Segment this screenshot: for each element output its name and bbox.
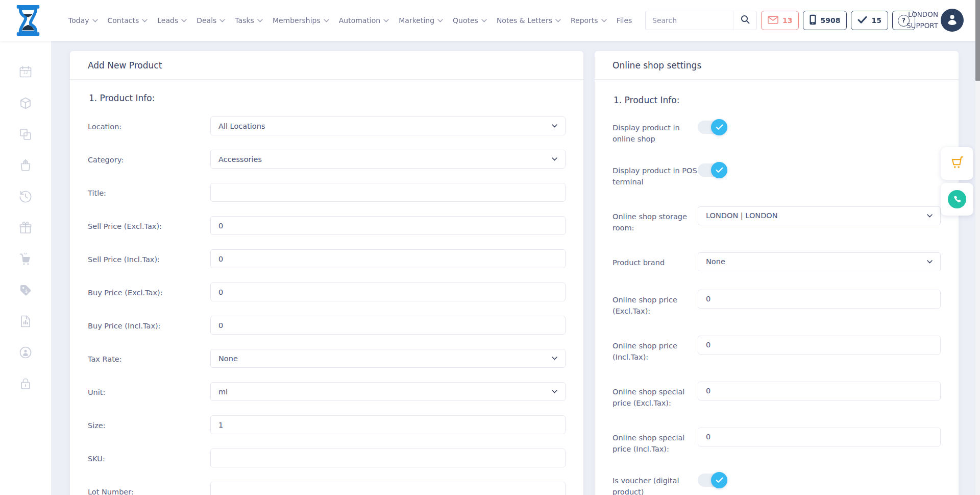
location-select[interactable]: All Locations <box>210 116 566 135</box>
nav-item-tasks[interactable]: Tasks <box>235 16 263 25</box>
field-label-sell-price-incl: Sell Price (Incl.Tax): <box>88 249 210 265</box>
display-online-shop-toggle[interactable] <box>698 121 726 134</box>
sidebar-item-calendar[interactable]: 12 <box>18 65 33 79</box>
field-label-storage-room: Online shop storage room: <box>612 206 698 234</box>
selected-value: Accessories <box>218 155 262 163</box>
field-label-display-online-shop: Display product in online shop <box>612 121 698 145</box>
chevron-down-icon <box>142 19 148 22</box>
app-logo-hourglass-icon[interactable] <box>13 5 43 36</box>
scrollbar-thumb[interactable] <box>975 0 980 81</box>
lot-number-input[interactable] <box>210 482 566 495</box>
buy-price-excl-input[interactable] <box>210 282 566 301</box>
nav-item-memberships[interactable]: Memberships <box>273 16 329 25</box>
chevron-down-icon <box>181 19 187 22</box>
chevron-down-icon <box>257 19 263 22</box>
online-shop-settings-panel: Online shop settings 1. Product Info: Di… <box>595 51 959 495</box>
toggle-check-icon <box>711 472 727 488</box>
calls-badge[interactable]: 5908 <box>803 11 847 30</box>
form-row-shop-special-price-incl: Online shop special price (Incl.Tax): <box>612 428 941 455</box>
shop-special-price-incl-input[interactable] <box>698 428 941 446</box>
sidebar-item-gift-cards[interactable] <box>18 221 33 235</box>
sidebar-item-products[interactable] <box>18 96 33 110</box>
tasks-badge[interactable]: 15 <box>851 11 888 30</box>
lock-icon <box>18 383 33 393</box>
is-voucher-toggle[interactable] <box>698 474 726 487</box>
page-scrollbar[interactable] <box>975 0 980 495</box>
sku-input[interactable] <box>210 449 566 467</box>
sell-price-excl-input[interactable] <box>210 216 566 235</box>
sidebar-item-security[interactable] <box>18 376 33 391</box>
nav-item-label: Automation <box>339 16 381 25</box>
search-icon <box>740 14 750 27</box>
field-label-product-brand: Product brand <box>612 252 698 268</box>
sidebar-item-history[interactable] <box>18 190 33 204</box>
chevron-down-icon <box>552 157 557 161</box>
nav-item-marketing[interactable]: Marketing <box>399 16 443 25</box>
field-label-display-pos-terminal: Display product in POS terminal <box>612 163 698 188</box>
nav-item-today[interactable]: Today <box>68 16 98 25</box>
add-new-product-panel: Add New Product 1. Product Info: Locatio… <box>70 51 583 495</box>
storage-room-select[interactable]: LONDON | LONDON <box>698 206 941 225</box>
history-icon <box>18 196 33 206</box>
user-avatar[interactable] <box>941 9 964 32</box>
check-icon <box>857 16 867 25</box>
shop-price-excl-input[interactable] <box>698 290 941 309</box>
sidebar-item-reports[interactable] <box>18 314 33 328</box>
category-select[interactable]: Accessories <box>210 150 566 169</box>
field-label-is-voucher: Is voucher (digital product) <box>612 474 698 495</box>
nav-item-notes-letters[interactable]: Notes & Letters <box>497 16 561 25</box>
tasks-count: 15 <box>871 16 881 25</box>
floating-phone-button[interactable] <box>941 183 973 216</box>
product-brand-select[interactable]: None <box>698 252 941 271</box>
chevron-down-icon <box>552 390 557 393</box>
form-row-sell-price-excl: Sell Price (Excl.Tax): <box>88 216 566 235</box>
form-row-shop-price-excl: Online shop price (Excl.Tax): <box>612 290 941 317</box>
topbar-badges: 13 5908 15 ? <box>761 11 915 30</box>
nav-item-leads[interactable]: Leads <box>157 16 187 25</box>
sell-price-incl-input[interactable] <box>210 249 566 268</box>
user-name[interactable]: LONDON SUPPORT <box>896 9 938 31</box>
price-tag-icon: $ <box>18 290 33 299</box>
nav-item-label: Leads <box>157 16 178 25</box>
display-pos-terminal-toggle[interactable] <box>698 163 726 177</box>
form-row-buy-price-incl: Buy Price (Incl.Tax): <box>88 316 566 335</box>
search-input[interactable] <box>646 11 733 30</box>
floating-shop-cart-button[interactable] <box>941 147 973 180</box>
form-row-is-voucher: Is voucher (digital product) <box>612 474 941 495</box>
shop-price-incl-input[interactable] <box>698 336 941 355</box>
title-input[interactable] <box>210 183 566 202</box>
nav-item-contacts[interactable]: Contacts <box>108 16 148 25</box>
chevron-down-icon <box>481 19 487 22</box>
search-button[interactable] <box>733 11 756 30</box>
nav-item-reports[interactable]: Reports <box>571 16 607 25</box>
form-row-shop-special-price-excl: Online shop special price (Excl.Tax): <box>612 382 941 409</box>
chevron-down-icon <box>555 19 561 22</box>
sidebar: 12$ <box>0 41 51 495</box>
form-row-location: Location:All Locations <box>88 116 566 135</box>
sidebar-item-pricing[interactable]: $ <box>18 283 33 297</box>
unit-select[interactable]: ml <box>210 382 566 401</box>
phone-icon <box>948 190 966 208</box>
sidebar-item-cart[interactable] <box>18 252 33 266</box>
nav-item-automation[interactable]: Automation <box>339 16 389 25</box>
nav-item-files[interactable]: Files <box>617 16 632 25</box>
messages-badge[interactable]: 13 <box>761 11 799 30</box>
shop-special-price-excl-input[interactable] <box>698 382 941 400</box>
buy-price-incl-input[interactable] <box>210 316 566 335</box>
size-input[interactable] <box>210 415 566 434</box>
nav-item-label: Reports <box>571 16 598 25</box>
user-name-line2: SUPPORT <box>896 20 938 32</box>
sidebar-item-purchases[interactable] <box>18 158 33 173</box>
field-label-shop-price-excl: Online shop price (Excl.Tax): <box>612 290 698 317</box>
sidebar-item-duplicates[interactable] <box>18 127 33 142</box>
sidebar-item-accounts[interactable] <box>18 345 33 360</box>
selected-value: All Locations <box>218 122 265 130</box>
main-nav: TodayContactsLeadsDealsTasksMembershipsA… <box>68 0 632 41</box>
tax-rate-select[interactable]: None <box>210 349 566 368</box>
field-label-unit: Unit: <box>88 382 210 398</box>
field-label-lot-number: Lot Number: <box>88 482 210 495</box>
nav-item-deals[interactable]: Deals <box>197 16 225 25</box>
form-row-display-pos-terminal: Display product in POS terminal <box>612 163 941 188</box>
nav-item-quotes[interactable]: Quotes <box>453 16 487 25</box>
chevron-down-icon <box>437 19 443 22</box>
